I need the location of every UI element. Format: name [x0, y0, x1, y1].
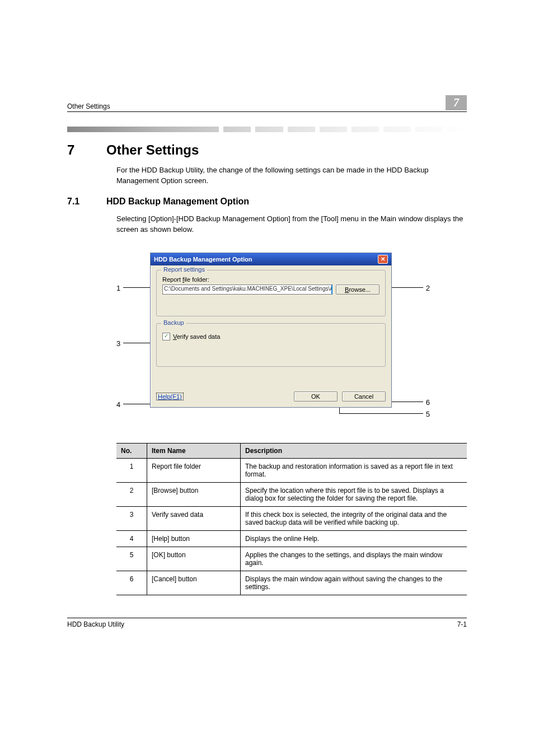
table-row: 3 Verify saved data If this check box is… [116, 507, 467, 531]
cell-item: Report file folder [147, 459, 241, 483]
cell-item: Verify saved data [147, 507, 241, 531]
report-file-folder-input[interactable]: C:\Documents and Settings\kaku.MACHINEG_… [162, 284, 332, 295]
col-no: No. [116, 444, 147, 459]
col-item: Item Name [147, 444, 241, 459]
cancel-button[interactable]: Cancel [342, 391, 386, 402]
callout-6: 6 [426, 398, 430, 407]
chapter-heading: 7Other Settings [67, 142, 467, 158]
description-table: No. Item Name Description 1 Report file … [116, 443, 467, 595]
cell-desc: If this check box is selected, the integ… [241, 507, 467, 531]
cell-no: 1 [116, 459, 147, 483]
cell-no: 4 [116, 531, 147, 547]
cell-desc: Displays the main window again without s… [241, 571, 467, 595]
dialog-figure: 1 3 4 2 6 5 HDD Backup Management Option… [116, 245, 430, 430]
group-backup-legend: Backup [161, 319, 186, 326]
checkbox-icon: ✓ [162, 333, 170, 340]
page-footer: HDD Backup Utility 7-1 [67, 618, 467, 628]
callout-5: 5 [426, 410, 430, 418]
table-row: 1 Report file folder The backup and rest… [116, 459, 467, 483]
chapter-intro: For the HDD Backup Utility, the change o… [116, 165, 467, 186]
chapter-number: 7 [67, 142, 106, 158]
chapter-badge: 7 [446, 95, 467, 110]
cell-desc: The backup and restoration information i… [241, 459, 467, 483]
cell-no: 2 [116, 483, 147, 507]
section-title: HDD Backup Management Option [106, 197, 249, 206]
close-icon[interactable]: ✕ [378, 255, 388, 264]
decorative-bar [67, 127, 467, 132]
dialog-titlebar: HDD Backup Management Option ✕ [151, 253, 391, 265]
group-backup: Backup ✓ Verify saved data [156, 323, 386, 367]
section-number: 7.1 [67, 197, 106, 207]
verify-saved-data-checkbox[interactable]: ✓ Verify saved data [162, 333, 380, 340]
cell-no: 6 [116, 571, 147, 595]
footer-product: HDD Backup Utility [67, 620, 124, 628]
callout-3: 3 [116, 339, 120, 348]
section-lead: Selecting [Option]-[HDD Backup Managemen… [116, 214, 467, 235]
col-desc: Description [241, 444, 467, 459]
table-row: 4 [Help] button Displays the online Help… [116, 531, 467, 547]
breadcrumb: Other Settings [67, 102, 110, 110]
section-heading: 7.1HDD Backup Management Option [67, 197, 467, 207]
cell-desc: Specify the location where this report f… [241, 483, 467, 507]
browse-button[interactable]: Browse... [336, 284, 380, 295]
cell-item: [Browse] button [147, 483, 241, 507]
table-row: 2 [Browse] button Specify the location w… [116, 483, 467, 507]
callout-4: 4 [116, 400, 120, 409]
group-report-legend: Report settings [161, 266, 207, 273]
help-link[interactable]: Help(F1) [156, 393, 184, 400]
cell-no: 3 [116, 507, 147, 531]
callout-2: 2 [426, 284, 430, 292]
page-header: Other Settings 7 [67, 95, 467, 112]
verify-saved-data-label: Verify saved data [173, 333, 220, 340]
cell-desc: Applies the changes to the settings, and… [241, 547, 467, 571]
chapter-title: Other Settings [106, 142, 199, 157]
table-row: 6 [Cancel] button Displays the main wind… [116, 571, 467, 595]
group-report-settings: Report settings Report file folder: C:\D… [156, 270, 386, 316]
cell-item: [Help] button [147, 531, 241, 547]
cell-item: [Cancel] button [147, 571, 241, 595]
table-header-row: No. Item Name Description [116, 444, 467, 459]
callout-1: 1 [116, 284, 120, 292]
cell-item: [OK] button [147, 547, 241, 571]
table-row: 5 [OK] button Applies the changes to the… [116, 547, 467, 571]
report-file-folder-label: Report file folder: [162, 276, 380, 283]
cell-no: 5 [116, 547, 147, 571]
footer-page: 7-1 [457, 620, 467, 628]
dialog-window: HDD Backup Management Option ✕ Report se… [150, 253, 392, 408]
ok-button[interactable]: OK [294, 391, 338, 402]
cell-desc: Displays the online Help. [241, 531, 467, 547]
dialog-title: HDD Backup Management Option [154, 256, 252, 263]
